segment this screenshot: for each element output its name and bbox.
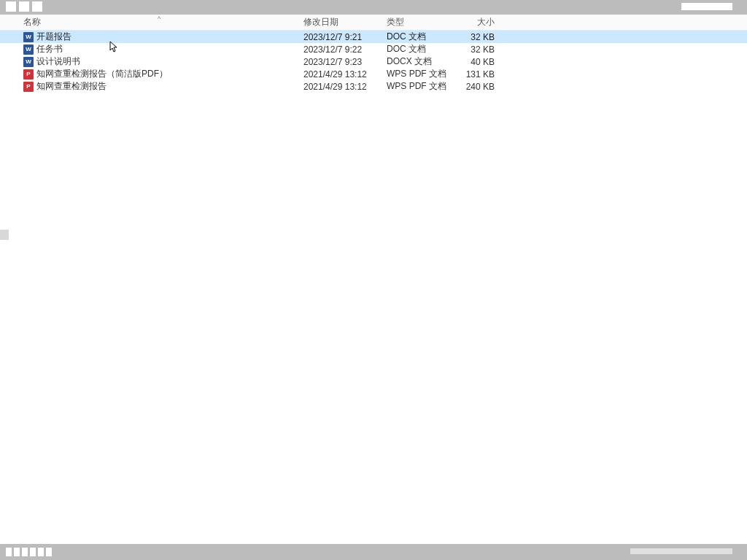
word-file-icon: W: [23, 57, 34, 67]
file-date: 2023/12/7 9:23: [303, 57, 387, 67]
file-size: 32 KB: [457, 44, 495, 55]
pdf-file-icon: P: [23, 82, 34, 92]
file-type: DOC 文档: [387, 43, 457, 55]
file-date: 2023/12/7 9:21: [303, 32, 387, 42]
file-type: DOCX 文档: [387, 55, 457, 68]
file-type: WPS PDF 文档: [387, 68, 457, 80]
file-size: 131 KB: [457, 69, 495, 79]
column-date-header[interactable]: 修改日期: [303, 16, 387, 28]
column-headers: 名称 ^ 修改日期 类型 大小: [0, 15, 747, 31]
pdf-file-icon: P: [23, 69, 34, 79]
file-size: 40 KB: [457, 57, 495, 67]
file-date: 2021/4/29 13:12: [303, 82, 387, 92]
file-type: WPS PDF 文档: [387, 80, 457, 93]
titlebar-decor: [32, 1, 42, 12]
statusbar-right-decor: [630, 548, 732, 554]
file-name: 开题报告: [36, 31, 303, 43]
file-row[interactable]: P知网查重检测报告2021/4/29 13:12WPS PDF 文档240 KB: [0, 80, 747, 93]
titlebar-decor: [19, 1, 29, 12]
statusbar: [0, 544, 747, 560]
word-file-icon: W: [23, 32, 34, 42]
titlebar-right-decor: [681, 3, 732, 10]
file-row[interactable]: W设计说明书2023/12/7 9:23DOCX 文档40 KB: [0, 55, 747, 68]
file-date: 2023/12/7 9:22: [303, 44, 387, 55]
left-edge-decor: [0, 230, 9, 240]
word-file-icon: W: [23, 44, 34, 55]
sort-indicator-icon: ^: [158, 15, 160, 23]
file-size: 240 KB: [457, 82, 495, 92]
titlebar: [0, 0, 747, 15]
file-name: 任务书: [36, 43, 303, 55]
file-date: 2021/4/29 13:12: [303, 69, 387, 79]
column-size-header[interactable]: 大小: [457, 16, 495, 28]
file-row[interactable]: P知网查重检测报告（简洁版PDF）2021/4/29 13:12WPS PDF …: [0, 68, 747, 80]
statusbar-left-decor: [6, 548, 52, 556]
file-name: 设计说明书: [36, 55, 303, 68]
file-size: 32 KB: [457, 32, 495, 42]
column-name-header[interactable]: 名称: [23, 16, 303, 28]
titlebar-decor: [6, 1, 16, 12]
file-row[interactable]: W任务书2023/12/7 9:22DOC 文档32 KB: [0, 43, 747, 55]
file-name: 知网查重检测报告: [36, 80, 303, 93]
file-list: W开题报告2023/12/7 9:21DOC 文档32 KBW任务书2023/1…: [0, 31, 747, 93]
file-row[interactable]: W开题报告2023/12/7 9:21DOC 文档32 KB: [0, 31, 747, 43]
column-type-header[interactable]: 类型: [387, 16, 457, 28]
file-type: DOC 文档: [387, 31, 457, 43]
file-name: 知网查重检测报告（简洁版PDF）: [36, 68, 303, 80]
titlebar-controls: [6, 1, 42, 12]
